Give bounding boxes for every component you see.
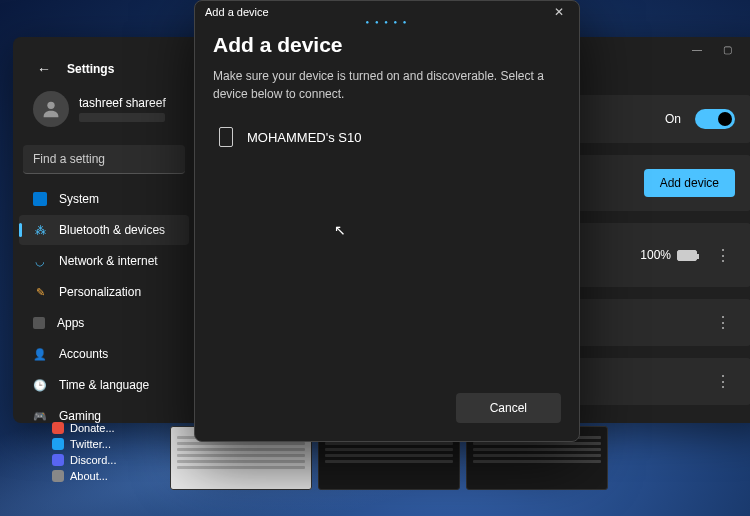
minimize-button[interactable]: — <box>691 43 703 55</box>
nav-time[interactable]: 🕒Time & language <box>19 370 189 400</box>
device-name: MOHAMMED's S10 <box>247 130 361 145</box>
toggle-label: On <box>665 112 681 126</box>
bluetooth-toggle[interactable] <box>695 109 735 129</box>
more-icon[interactable]: ⋮ <box>711 246 735 265</box>
battery-icon <box>677 250 697 261</box>
pinned-discord[interactable]: Discord... <box>52 452 116 468</box>
gaming-icon: 🎮 <box>33 409 47 423</box>
user-email-placeholder <box>79 113 165 122</box>
bluetooth-icon: ⁂ <box>33 223 47 237</box>
nav-label: Personalization <box>59 285 141 299</box>
settings-title: Settings <box>67 62 114 76</box>
nav-network[interactable]: ◡Network & internet <box>19 246 189 276</box>
nav-list: System ⁂Bluetooth & devices ◡Network & i… <box>19 184 189 423</box>
heart-icon <box>52 422 64 434</box>
modal-close-button[interactable]: ✕ <box>549 5 569 19</box>
search-input[interactable]: Find a setting <box>23 145 185 174</box>
nav-label: Network & internet <box>59 254 158 268</box>
pinned-donate[interactable]: Donate... <box>52 420 116 436</box>
wifi-icon: ◡ <box>33 254 47 268</box>
pinned-about[interactable]: About... <box>52 468 116 484</box>
info-icon <box>52 470 64 482</box>
nav-system[interactable]: System <box>19 184 189 214</box>
maximize-button[interactable]: ▢ <box>721 43 733 55</box>
clock-icon: 🕒 <box>33 378 47 392</box>
pinned-label: Twitter... <box>70 438 111 450</box>
device-item[interactable]: MOHAMMED's S10 <box>213 119 561 155</box>
pinned-label: Discord... <box>70 454 116 466</box>
modal-titlebar-text: Add a device <box>205 6 549 18</box>
cancel-button[interactable]: Cancel <box>456 393 561 423</box>
pinned-twitter[interactable]: Twitter... <box>52 436 116 452</box>
nav-label: Time & language <box>59 378 149 392</box>
more-icon[interactable]: ⋮ <box>711 372 735 391</box>
discord-icon <box>52 454 64 466</box>
add-device-modal: Add a device ✕ ● ● ● ● ● Add a device Ma… <box>194 0 580 442</box>
modal-titlebar: Add a device ✕ <box>195 1 579 21</box>
pinned-apps: Donate... Twitter... Discord... About... <box>52 420 116 484</box>
nav-accounts[interactable]: 👤Accounts <box>19 339 189 369</box>
add-device-button[interactable]: Add device <box>644 169 735 197</box>
accounts-icon: 👤 <box>33 347 47 361</box>
nav-label: Apps <box>57 316 84 330</box>
brush-icon: ✎ <box>33 285 47 299</box>
back-arrow-icon[interactable]: ← <box>37 61 51 77</box>
phone-icon <box>219 127 233 147</box>
battery-status: 100% <box>640 248 697 262</box>
twitter-icon <box>52 438 64 450</box>
pinned-label: About... <box>70 470 108 482</box>
nav-bluetooth[interactable]: ⁂Bluetooth & devices <box>19 215 189 245</box>
svg-point-0 <box>47 102 54 109</box>
nav-personalization[interactable]: ✎Personalization <box>19 277 189 307</box>
apps-icon <box>33 317 45 329</box>
sidebar: tashreef shareef Find a setting System ⁂… <box>13 85 195 411</box>
system-icon <box>33 192 47 206</box>
modal-heading: Add a device <box>213 33 561 57</box>
nav-apps[interactable]: Apps <box>19 308 189 338</box>
modal-body: Add a device Make sure your device is tu… <box>195 25 579 381</box>
nav-label: Accounts <box>59 347 108 361</box>
user-profile[interactable]: tashreef shareef <box>19 85 189 139</box>
modal-footer: Cancel <box>195 381 579 441</box>
more-icon[interactable]: ⋮ <box>711 313 735 332</box>
modal-subtitle: Make sure your device is turned on and d… <box>213 67 561 103</box>
username: tashreef shareef <box>79 96 166 110</box>
nav-label: System <box>59 192 99 206</box>
nav-label: Bluetooth & devices <box>59 223 165 237</box>
avatar <box>33 91 69 127</box>
pinned-label: Donate... <box>70 422 115 434</box>
battery-percent: 100% <box>640 248 671 262</box>
